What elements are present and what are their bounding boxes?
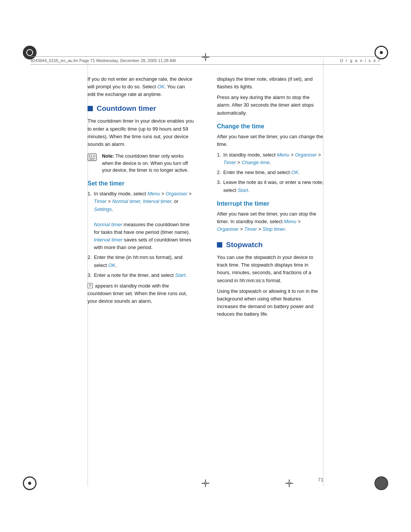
appears-text: appears in standby mode with the countdo… bbox=[88, 282, 194, 305]
section-name: O r g a n i s e r bbox=[340, 58, 381, 63]
menu-link-1: Menu bbox=[148, 191, 160, 197]
change-time-step3: 3. Leave the note as it was, or enter a … bbox=[217, 179, 323, 194]
ok-link-step2: OK bbox=[108, 262, 115, 268]
file-info: 9243644_6155_en_au.fm Page 71 Wednesday,… bbox=[30, 58, 176, 63]
ok-link-intro: OK bbox=[158, 84, 165, 89]
blue-square-stopwatch bbox=[217, 242, 222, 248]
step3-content: Enter a note for the timer, and select S… bbox=[94, 272, 194, 279]
note-icon bbox=[88, 153, 98, 162]
organiser-link-it: Organiser bbox=[217, 226, 239, 232]
content-area: If you do not enter an exchange rate, th… bbox=[88, 68, 323, 329]
change-time-step2: 2. Enter the new time, and select OK. bbox=[217, 169, 323, 176]
note-text: Note: The countdown timer only works whe… bbox=[102, 153, 194, 174]
crosshair-bottom-right-center bbox=[285, 479, 293, 487]
two-column-layout: If you do not enter an exchange rate, th… bbox=[88, 75, 323, 321]
stopwatch-heading: Stopwatch bbox=[217, 241, 323, 249]
interrupt-body: After you have set the timer, you can st… bbox=[217, 210, 323, 233]
organiser-link-ct: Organiser bbox=[295, 152, 317, 158]
stopwatch-body1: You can use the stopwatch in your device… bbox=[217, 254, 323, 284]
timer-link-ct: Timer bbox=[223, 160, 236, 165]
change-step3-content: Leave the note as it was, or enter a new… bbox=[223, 179, 323, 194]
set-timer-heading: Set the timer bbox=[88, 180, 194, 187]
change-time-link: Change time bbox=[242, 160, 270, 165]
corner-decoration-br bbox=[374, 476, 388, 490]
stopwatch-title: Stopwatch bbox=[226, 241, 263, 249]
normal-timer-link: Normal timer, bbox=[112, 198, 142, 204]
page-container: 9243644_6155_en_au.fm Page 71 Wednesday,… bbox=[0, 0, 411, 532]
intro-right: displays the timer note, vibrates (if se… bbox=[217, 75, 323, 117]
step1-content: In standby mode, select Menu > Organiser… bbox=[94, 190, 194, 251]
start-link-ct: Start bbox=[237, 187, 248, 193]
crosshair-bottom-center bbox=[202, 479, 209, 487]
set-timer-step3: 3. Enter a note for the timer, and selec… bbox=[88, 272, 194, 279]
intro-para-right-1: displays the timer note, vibrates (if se… bbox=[217, 75, 323, 91]
countdown-timer-title: Countdown timer bbox=[97, 104, 156, 113]
change-step2-content: Enter the new time, and select OK. bbox=[223, 169, 323, 176]
gear-icon-br bbox=[374, 476, 388, 490]
interrupt-timer-heading: Interrupt the timer bbox=[217, 200, 323, 207]
countdown-body1: The countdown timer in your device enabl… bbox=[88, 117, 194, 148]
blue-square-icon bbox=[88, 106, 93, 111]
standby-icon-inline bbox=[88, 283, 93, 288]
change-step1-content: In standby mode, select Menu > Organiser… bbox=[223, 151, 323, 166]
interval-timer-link: Interval timer, bbox=[143, 198, 173, 204]
timer-link-it: Timer bbox=[244, 226, 257, 232]
crosshair-icon-br-center bbox=[285, 479, 293, 487]
intro-para-left: If you do not enter an exchange rate, th… bbox=[88, 75, 194, 98]
step2-content: Enter the time (in hh:mm:ss format), and… bbox=[94, 254, 194, 269]
header-bar: 9243644_6155_en_au.fm Page 71 Wednesday,… bbox=[30, 56, 381, 65]
countdown-timer-heading: Countdown timer bbox=[88, 104, 194, 113]
note-box: Note: The countdown timer only works whe… bbox=[88, 153, 194, 174]
timer-link-1: Timer bbox=[94, 198, 107, 204]
menu-link-ct: Menu bbox=[277, 152, 290, 158]
right-column: displays the timer note, vibrates (if se… bbox=[213, 75, 323, 321]
start-link-step3: Start bbox=[175, 272, 185, 278]
normal-timer-label: Normal timer bbox=[94, 222, 122, 227]
stop-link: Stop timer bbox=[263, 226, 285, 232]
ok-link-ct: OK bbox=[291, 169, 298, 175]
set-timer-step1: 1. In standby mode, select Menu > Organi… bbox=[88, 190, 194, 251]
menu-link-it: Menu bbox=[284, 219, 296, 224]
change-time-body: After you have set the timer, you can ch… bbox=[217, 133, 323, 148]
note-body: The countdown timer only works when the … bbox=[102, 153, 188, 173]
circle-icon-bl bbox=[23, 476, 37, 490]
change-time-list: 1. In standby mode, select Menu > Organi… bbox=[217, 151, 323, 194]
note-label: Note: bbox=[102, 153, 114, 159]
change-time-step1: 1. In standby mode, select Menu > Organi… bbox=[217, 151, 323, 166]
change-time-heading: Change the time bbox=[217, 123, 323, 130]
intro-para-right-2: Press any key during the alarm to stop t… bbox=[217, 94, 323, 117]
left-column: If you do not enter an exchange rate, th… bbox=[88, 75, 198, 321]
intro-left: If you do not enter an exchange rate, th… bbox=[88, 75, 194, 98]
set-timer-list: 1. In standby mode, select Menu > Organi… bbox=[88, 190, 194, 279]
crosshair-bottom-icon bbox=[202, 479, 209, 487]
page-number: 71 bbox=[318, 477, 323, 482]
corner-decoration-bl bbox=[23, 476, 37, 490]
organiser-link-1: Organiser bbox=[166, 191, 187, 197]
set-timer-step2: 2. Enter the time (in hh:mm:ss format), … bbox=[88, 254, 194, 269]
stopwatch-body2: Using the stopwatch or allowing it to ru… bbox=[217, 288, 323, 318]
interval-timer-label: Interval timer bbox=[94, 237, 123, 243]
settings-link: Settings bbox=[94, 206, 112, 212]
